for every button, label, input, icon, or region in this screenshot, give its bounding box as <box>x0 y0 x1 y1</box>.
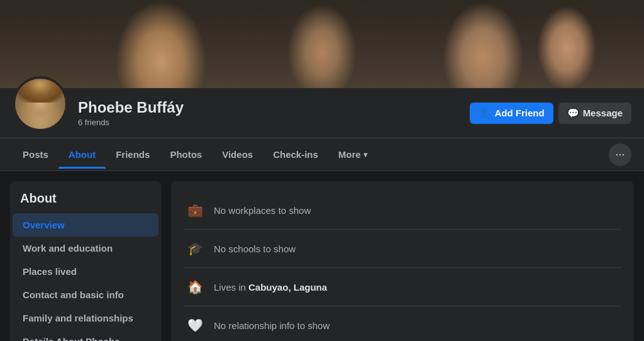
about-sidebar: About Overview Work and education Places… <box>10 181 161 341</box>
avatar-image <box>15 79 65 129</box>
content-area: About Overview Work and education Places… <box>0 171 644 341</box>
sidebar-title: About <box>10 189 161 213</box>
schools-text: No schools to show <box>214 243 296 254</box>
message-label: Message <box>583 108 623 118</box>
sidebar-item-contact-basic[interactable]: Contact and basic info <box>13 283 158 306</box>
sidebar-item-family-relationships[interactable]: Family and relationships <box>13 306 158 330</box>
avatar-wrapper <box>13 76 68 131</box>
lives-in-text: Lives in Cabuyao, Laguna <box>214 282 327 293</box>
profile-actions: 👤 Add Friend 💬 Message <box>470 103 631 124</box>
more-options-button[interactable]: ··· <box>609 143 631 166</box>
tab-posts[interactable]: Posts <box>13 140 58 169</box>
message-icon: 💬 <box>567 108 579 119</box>
tab-photos[interactable]: Photos <box>160 140 212 169</box>
tab-more[interactable]: More ▾ <box>328 140 377 169</box>
avatar <box>13 76 68 131</box>
about-main-content: 💼 No workplaces to show 🎓 No schools to … <box>171 181 634 341</box>
profile-name: Phoebe Buffáy <box>78 99 470 117</box>
relationship-row: 🤍 No relationship info to show <box>184 306 621 341</box>
friends-count: 6 friends <box>78 118 470 127</box>
workplaces-text: No workplaces to show <box>214 205 311 216</box>
dots-icon: ··· <box>615 148 625 161</box>
heart-icon: 🤍 <box>184 314 206 337</box>
add-friend-button[interactable]: 👤 Add Friend <box>470 103 553 124</box>
message-button[interactable]: 💬 Message <box>558 103 631 124</box>
home-icon: 🏠 <box>184 276 206 298</box>
tab-videos[interactable]: Videos <box>212 140 263 169</box>
briefcase-icon: 💼 <box>184 199 206 221</box>
profile-section: Phoebe Buffáy 6 friends 👤 Add Friend 💬 M… <box>0 88 644 138</box>
lives-in-prefix: Lives in <box>214 282 248 293</box>
lives-in-row: 🏠 Lives in Cabuyao, Laguna <box>184 268 621 306</box>
graduation-cap-icon: 🎓 <box>184 237 206 260</box>
sidebar-item-details-about-phoebe[interactable]: Details About Phoebe <box>13 330 158 341</box>
sidebar-item-work-education[interactable]: Work and education <box>13 237 158 260</box>
schools-row: 🎓 No schools to show <box>184 230 621 268</box>
lives-in-location: Cabuyao, Laguna <box>248 282 327 293</box>
cover-image <box>0 0 644 88</box>
add-friend-icon: 👤 <box>479 108 491 119</box>
relationship-text: No relationship info to show <box>214 320 330 331</box>
nav-tabs: Posts About Friends Photos Videos Check-… <box>0 138 644 171</box>
workplaces-row: 💼 No workplaces to show <box>184 191 621 230</box>
cover-photo <box>0 0 644 88</box>
tab-friends[interactable]: Friends <box>106 140 160 169</box>
sidebar-item-places-lived[interactable]: Places lived <box>13 260 158 283</box>
profile-info: Phoebe Buffáy 6 friends <box>78 99 470 128</box>
tab-about[interactable]: About <box>58 140 106 169</box>
add-friend-label: Add Friend <box>494 108 544 118</box>
tab-checkins[interactable]: Check-ins <box>263 140 328 169</box>
chevron-down-icon: ▾ <box>364 150 367 159</box>
sidebar-item-overview[interactable]: Overview <box>13 213 158 237</box>
